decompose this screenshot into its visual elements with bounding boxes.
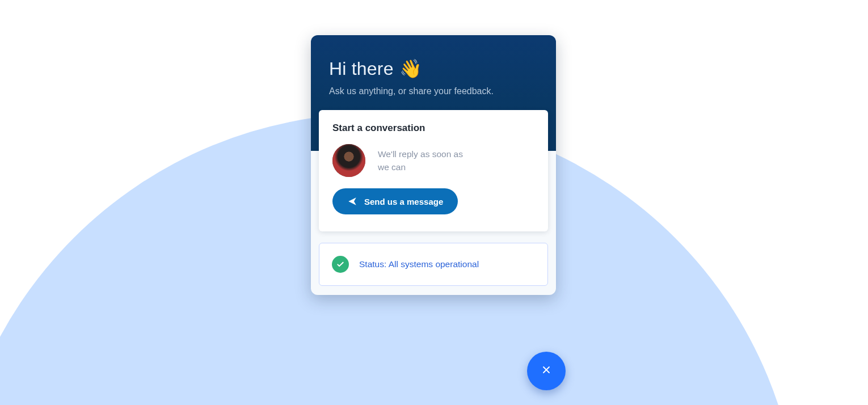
- reply-line-1: We'll reply as soon as: [378, 147, 463, 161]
- reply-info-row: We'll reply as soon as we can: [332, 144, 534, 177]
- status-card[interactable]: Status: All systems operational: [319, 243, 548, 286]
- send-message-label: Send us a message: [364, 197, 443, 206]
- send-icon: [347, 196, 357, 206]
- close-icon: [541, 364, 552, 378]
- send-message-button[interactable]: Send us a message: [332, 188, 458, 214]
- chat-widget-preview: Hi there 👋 Ask us anything, or share you…: [0, 0, 868, 405]
- close-chat-button[interactable]: [527, 352, 566, 390]
- wave-emoji: 👋: [399, 58, 422, 79]
- greeting-text: Hi there: [329, 58, 394, 79]
- start-conversation-title: Start a conversation: [332, 123, 534, 134]
- greeting-subtitle: Ask us anything, or share your feedback.: [329, 86, 538, 96]
- start-conversation-card: Start a conversation We'll reply as soon…: [319, 110, 548, 231]
- greeting-title: Hi there 👋: [329, 58, 538, 79]
- chat-panel: Hi there 👋 Ask us anything, or share you…: [311, 35, 556, 295]
- check-circle-icon: [332, 256, 349, 273]
- reply-time-text: We'll reply as soon as we can: [378, 147, 463, 174]
- status-text: Status: All systems operational: [359, 259, 479, 269]
- agent-avatar: [332, 144, 365, 177]
- reply-line-2: we can: [378, 161, 463, 174]
